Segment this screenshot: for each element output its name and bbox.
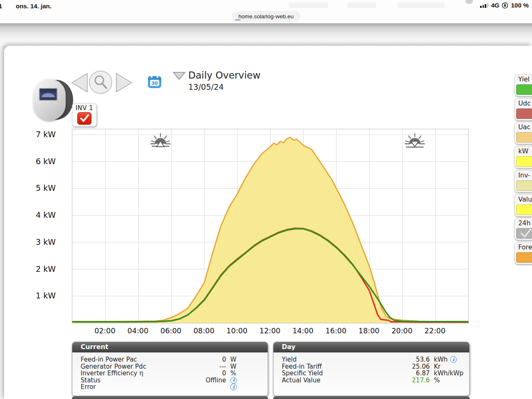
signal-icon: [480, 3, 488, 8]
color-swatch: [516, 204, 532, 215]
info-icon[interactable]: i: [450, 356, 457, 363]
device-screen: [39, 88, 57, 101]
solarlog-page: 30 Daily Overview 13/05/24 INV 1: [4, 46, 532, 399]
sidebar-button-forec[interactable]: Forec: [514, 242, 532, 264]
sunrise-icon: [150, 133, 171, 150]
url-bar[interactable]: home.solarlog-web.eu: [232, 11, 300, 22]
inverter-1-checkbox[interactable]: [77, 112, 91, 125]
row-unit: W: [226, 363, 268, 370]
row-value: 0: [189, 356, 226, 363]
panel-row-error: Errori: [72, 384, 268, 391]
row-value: 6.87: [392, 369, 430, 377]
color-swatch: [516, 108, 532, 119]
chart-canvas: [72, 129, 468, 323]
browser-chrome: home.solarlog-web.eu: [0, 11, 532, 23]
prev-day-button[interactable]: [71, 73, 88, 93]
color-swatch: [516, 228, 532, 239]
sidebar-button-label: Udc: [515, 99, 532, 107]
view-dropdown-icon[interactable]: [172, 71, 186, 81]
row-value: Offline: [189, 377, 226, 384]
inverter-1-toggle[interactable]: INV 1: [72, 103, 97, 127]
check-icon: [520, 229, 532, 239]
y-tick-label: 6 kW: [4, 157, 66, 166]
status-bar: 1 ons. 14. jan. 4G 100 %: [0, 0, 532, 11]
row-unit: W: [226, 356, 268, 363]
unit-text: %: [434, 377, 440, 384]
unit-text: kWh: [434, 356, 448, 363]
row-value: 0: [189, 369, 226, 377]
x-tick-label: 02:00: [86, 327, 123, 335]
unit-text: kWh/kWp: [434, 369, 463, 377]
next-panel-header-cut: [72, 396, 268, 399]
next-panel-header-cut: [273, 396, 470, 399]
chrome-shadow-band: [0, 23, 532, 46]
sidebar-button-label: Forec: [515, 242, 532, 251]
x-tick-label: 18:00: [350, 327, 388, 335]
sidebar-button-label: Yiel: [515, 74, 532, 83]
x-tick-label: 12:00: [251, 327, 289, 335]
sidebar-button-kw[interactable]: kW: [514, 146, 532, 168]
sidebar-button-label: 24h: [515, 218, 532, 227]
daily-power-chart: [72, 129, 469, 323]
x-tick-label: 14:00: [284, 327, 322, 335]
panel-row-inverter-efficiency-: Inverter Efficiency η0%: [72, 370, 268, 377]
row-label: Inverter Efficiency η: [72, 369, 189, 377]
row-unit: Kr: [430, 363, 469, 370]
row-label: Feed-in Power Pac: [72, 356, 189, 363]
color-swatch: [516, 132, 532, 143]
x-tick-label: 22:00: [416, 327, 454, 335]
sidebar-button-inv[interactable]: Inv-: [514, 170, 532, 192]
y-tick-label: 3 kW: [4, 237, 66, 246]
ghost-tab: [347, 2, 376, 8]
ghost-tab: [466, 0, 473, 4]
info-icon[interactable]: i: [230, 384, 237, 390]
y-tick-label: 7 kW: [4, 130, 66, 139]
panel-row-generator-power-pdc: Generator Power Pdc---W: [72, 363, 268, 370]
color-swatch: [516, 156, 532, 167]
panel-row-yield: Yield53.6kWhi: [273, 356, 469, 363]
solarlog-device-image: [33, 79, 73, 121]
sidebar-button-yiel[interactable]: Yiel: [514, 74, 532, 96]
battery-label: 100 %: [511, 2, 529, 9]
info-icon[interactable]: i: [230, 377, 237, 384]
unit-text: Kr: [434, 363, 441, 370]
current-panel: Current Feed-in Power Pac0WGenerator Pow…: [72, 342, 268, 396]
row-label: Specific Yield: [273, 369, 392, 377]
y-tick-label: 2 kW: [4, 264, 66, 273]
zoom-search-button[interactable]: [88, 70, 113, 95]
row-label: Status: [72, 377, 189, 384]
y-tick-label: 5 kW: [4, 183, 66, 192]
y-tick-label: 1 kW: [4, 291, 66, 300]
x-tick-label: 06:00: [152, 327, 190, 335]
url-text: home.solarlog-web.eu: [239, 13, 294, 20]
panel-row-feed-in-tariff: Feed-in Tariff25.06Kr: [273, 363, 469, 370]
sidebar-button-24h[interactable]: 24h: [514, 218, 532, 240]
next-day-button[interactable]: [116, 73, 133, 93]
x-tick-label: 10:00: [218, 327, 256, 335]
row-unit: %: [226, 369, 268, 377]
unit-text: W: [230, 363, 236, 370]
ghost-tab: [289, 2, 328, 8]
panel-row-feed-in-power-pac: Feed-in Power Pac0W: [72, 356, 268, 363]
panel-row-actual-value: Actual Value217.6%: [273, 377, 469, 384]
row-unit: i: [226, 384, 268, 390]
sidebar-button-uac[interactable]: Uac: [514, 122, 532, 144]
rotation-lock-icon: [502, 2, 508, 9]
svg-text:30: 30: [151, 81, 158, 86]
calendar-icon[interactable]: 30: [148, 75, 162, 89]
selected-date: 13/05/24: [188, 82, 224, 91]
sidebar-button-valu[interactable]: Valu: [514, 194, 532, 217]
x-tick-label: 04:00: [119, 327, 157, 335]
sidebar-button-label: Inv-: [515, 170, 532, 179]
row-unit: kWh/kWp: [430, 369, 469, 377]
x-tick-label: 20:00: [383, 327, 421, 335]
row-unit: i: [226, 377, 268, 384]
row-value: 53.6: [392, 356, 430, 363]
color-swatch: [516, 180, 532, 191]
color-swatch: [516, 84, 532, 95]
device-body: [33, 79, 66, 121]
sidebar-button-udc[interactable]: Udc: [514, 98, 532, 121]
row-label: Generator Power Pdc: [72, 363, 189, 370]
sidebar-button-label: kW: [515, 146, 532, 155]
current-panel-title: Current: [72, 342, 268, 352]
